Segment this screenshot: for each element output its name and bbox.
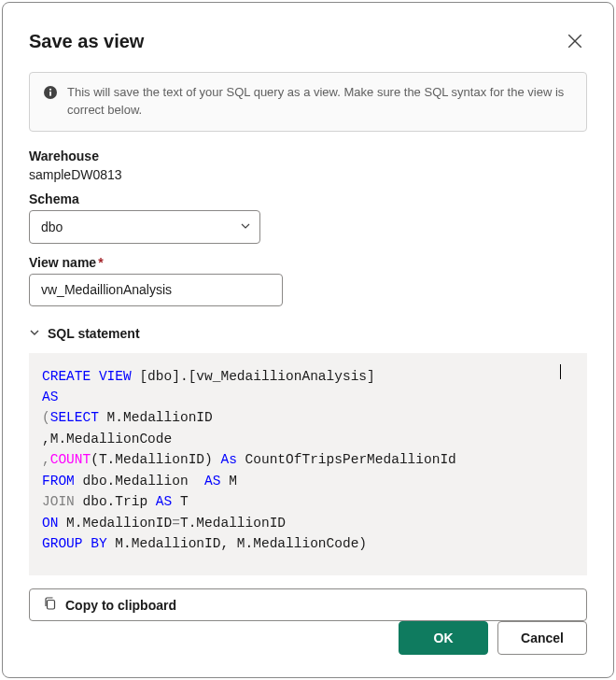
- sql-kw: AS: [42, 390, 58, 404]
- sql-kw: AS: [204, 474, 220, 489]
- sql-text: CountOfTripsPerMedallionId: [237, 452, 456, 467]
- sql-kw: As: [220, 452, 236, 467]
- cancel-button[interactable]: Cancel: [497, 621, 587, 655]
- view-name-input[interactable]: [29, 274, 283, 306]
- close-icon: [567, 33, 583, 50]
- sql-punct: =: [172, 516, 180, 531]
- copy-to-clipboard-button[interactable]: Copy to clipboard: [29, 588, 587, 621]
- warehouse-label: Warehouse: [29, 149, 587, 163]
- sql-kw: CREATE VIEW: [42, 369, 132, 384]
- sql-kw: FROM: [42, 474, 75, 489]
- sql-punct: (: [42, 410, 50, 425]
- info-message: This will save the text of your SQL quer…: [67, 84, 573, 120]
- sql-text: M: [220, 474, 236, 489]
- sql-text: (T.MedallionID): [91, 452, 220, 467]
- warehouse-value: sampleDW0813: [29, 167, 587, 182]
- sql-kw: COUNT: [50, 452, 91, 467]
- sql-text: M.MedallionID: [99, 410, 213, 425]
- copy-icon: [43, 596, 58, 614]
- svg-rect-5: [48, 601, 55, 610]
- view-name-label-text: View name: [29, 255, 96, 270]
- sql-text: dbo.Trip: [75, 494, 156, 509]
- dialog-title: Save as view: [29, 31, 144, 52]
- sql-text: [dbo].[vw_MedaillionAnalysis]: [132, 369, 375, 384]
- sql-text: dbo.Medallion: [75, 474, 204, 489]
- sql-text: T: [172, 494, 188, 509]
- sql-kw: GROUP BY: [42, 536, 107, 551]
- text-cursor: [560, 364, 561, 379]
- sql-kw: JOIN: [42, 494, 75, 509]
- schema-label: Schema: [29, 191, 587, 206]
- schema-select-wrapper: dbo: [29, 210, 260, 244]
- dialog-footer: OK Cancel: [29, 621, 587, 655]
- svg-rect-4: [49, 92, 51, 96]
- dialog-header: Save as view: [29, 29, 587, 53]
- schema-select[interactable]: dbo: [29, 210, 260, 244]
- sql-kw: ON: [42, 516, 58, 531]
- info-icon: [43, 85, 58, 104]
- required-indicator: *: [98, 255, 103, 270]
- chevron-down-icon: [29, 325, 40, 342]
- sql-text: T.MedallionID: [180, 516, 286, 531]
- sql-kw: AS: [156, 494, 172, 509]
- view-name-label: View name*: [29, 255, 587, 270]
- copy-button-label: Copy to clipboard: [65, 598, 176, 613]
- sql-text: M.MedallionID, M.MedallionCode): [107, 536, 367, 551]
- info-box: This will save the text of your SQL quer…: [29, 72, 587, 132]
- sql-statement-label: SQL statement: [48, 326, 140, 341]
- sql-statement-toggle[interactable]: SQL statement: [29, 325, 587, 342]
- ok-button[interactable]: OK: [399, 621, 488, 655]
- sql-statement-box[interactable]: CREATE VIEW [dbo].[vw_MedaillionAnalysis…: [29, 353, 587, 576]
- close-button[interactable]: [563, 29, 587, 53]
- svg-point-3: [49, 89, 51, 91]
- sql-kw: SELECT: [50, 410, 99, 425]
- sql-punct: ,: [42, 452, 50, 467]
- sql-text: ,M.MedallionCode: [42, 432, 172, 446]
- sql-text: M.MedallionID: [58, 516, 172, 531]
- save-as-view-dialog: Save as view This will save the text of …: [2, 2, 614, 678]
